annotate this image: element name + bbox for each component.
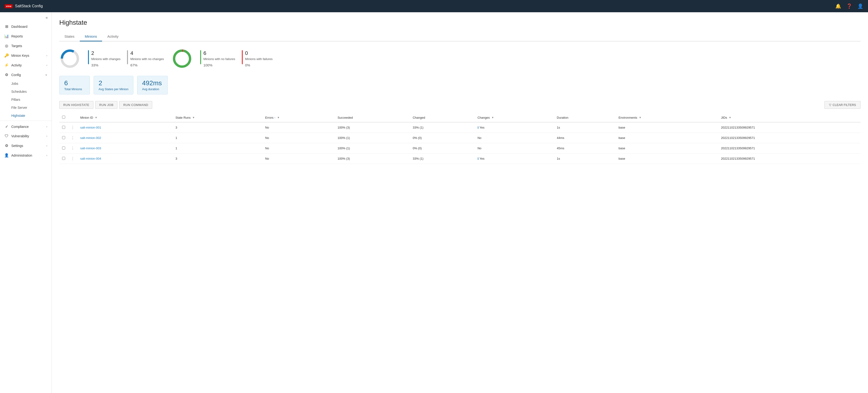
app-title: SaltStack Config — [15, 4, 43, 8]
vmw-logo: vmw — [5, 4, 13, 8]
sidebar: « ⊞ Dashboard 📊 Reports ◎ Targets 🔑 Mini… — [0, 12, 52, 393]
changes-info-icon[interactable]: ℹ — [477, 126, 479, 129]
config-icon: ⚙ — [4, 73, 9, 77]
svg-point-3 — [174, 51, 190, 67]
total-minions-value: 6 — [64, 79, 85, 87]
sidebar-item-label: Targets — [11, 44, 22, 48]
table-row: ⋮ salt-minion-004 3 No 100% (3) 33% (1) … — [59, 153, 861, 164]
col-minion-id: Minion ID ▼ — [78, 113, 173, 122]
state-runs-col-label: State Runs — [176, 116, 190, 119]
cell-changed-2: 0% (0) — [410, 143, 475, 153]
minion-link-0[interactable]: salt-minion-001 — [80, 126, 101, 129]
sidebar-item-compliance[interactable]: ✓ Compliance › — [0, 122, 52, 131]
sidebar-item-pillars[interactable]: Pillars — [11, 95, 52, 104]
minions-table: Minion ID ▼ State Runs ▼ — [59, 113, 861, 164]
compliance-icon: ✓ — [4, 124, 9, 129]
sidebar-item-administration[interactable]: 👤 Administration › — [0, 150, 52, 160]
sidebar-item-dashboard[interactable]: ⊞ Dashboard — [0, 22, 52, 31]
row-menu-1[interactable]: ⋮ — [68, 133, 78, 143]
sidebar-item-label: Config — [11, 73, 21, 77]
no-changes-label: Minions with no changes — [130, 57, 164, 61]
sidebar-item-minion-keys[interactable]: 🔑 Minion Keys › — [0, 51, 52, 60]
total-minions-label: Total Minions — [64, 87, 85, 91]
sidebar-item-reports[interactable]: 📊 Reports — [0, 31, 52, 41]
jids-filter-icon[interactable]: ▼ — [729, 116, 731, 119]
tab-activity[interactable]: Activity — [102, 32, 124, 41]
row-checkbox-cell[interactable] — [59, 153, 68, 164]
total-minions-card: 6 Total Minions — [59, 76, 90, 94]
sidebar-item-jobs[interactable]: Jobs — [11, 80, 52, 88]
sidebar-item-label: Minion Keys — [11, 54, 29, 57]
col-environments: Environments ▼ — [616, 113, 718, 122]
notification-icon[interactable]: 🔔 — [835, 3, 841, 9]
minion-link-1[interactable]: salt-minion-002 — [80, 136, 101, 140]
cell-changes-2: No — [475, 143, 554, 153]
cell-jid-0: 20221102133509929571 — [718, 122, 861, 133]
changes-filter-icon[interactable]: ▼ — [491, 116, 494, 119]
cell-environment-2: base — [616, 143, 718, 153]
select-all-header[interactable] — [59, 113, 68, 122]
no-changes-stat: 4 Minions with no changes 67% — [130, 50, 164, 67]
row-checkbox-cell[interactable] — [59, 122, 68, 133]
cell-jid-1: 20221102133509929571 — [718, 133, 861, 143]
sidebar-collapse-button[interactable]: « — [45, 16, 48, 20]
no-changes-pct: 67% — [130, 63, 164, 67]
no-failures-label: Minions with no failures — [204, 57, 235, 61]
user-icon[interactable]: 👤 — [858, 3, 863, 9]
run-command-button[interactable]: RUN COMMAND — [119, 101, 152, 109]
tab-states[interactable]: States — [59, 32, 80, 41]
row-checkbox-0[interactable] — [62, 126, 65, 129]
sidebar-item-config[interactable]: ⚙ Config ∨ — [0, 70, 52, 80]
sidebar-item-file-server[interactable]: File Server — [11, 104, 52, 112]
administration-icon: 👤 — [4, 153, 9, 158]
clear-filters-button[interactable]: ▽ CLEAR FILTERS — [825, 101, 861, 109]
avg-states-value: 2 — [99, 79, 128, 87]
cell-changed-1: 0% (0) — [410, 133, 475, 143]
sidebar-item-highstate[interactable]: Highstate — [11, 112, 52, 120]
topnav-actions: 🔔 ❓ 👤 — [835, 3, 863, 9]
failures-with-bar: 0 Minions with failures 0% — [242, 50, 273, 67]
help-icon[interactable]: ❓ — [846, 3, 852, 9]
select-all-checkbox[interactable] — [62, 116, 65, 119]
minion-link-2[interactable]: salt-minion-003 — [80, 146, 101, 150]
chevron-down-icon: ∨ — [45, 73, 47, 77]
row-menu-0[interactable]: ⋮ — [68, 122, 78, 133]
errors-filter-icon[interactable]: ▼ — [277, 116, 280, 119]
row-checkbox-3[interactable] — [62, 157, 65, 160]
changes-stats: 2 Minions with changes 33% 4 Minions wit… — [88, 50, 164, 67]
table-row: ⋮ salt-minion-002 1 No 100% (1) 0% (0) N… — [59, 133, 861, 143]
sidebar-item-schedules[interactable]: Schedules — [11, 88, 52, 95]
row-checkbox-cell[interactable] — [59, 143, 68, 153]
cell-succeeded-3: 100% (3) — [335, 153, 410, 164]
tab-minions[interactable]: Minions — [80, 32, 102, 41]
environments-filter-icon[interactable]: ▼ — [639, 116, 642, 119]
state-runs-filter-icon[interactable]: ▼ — [192, 116, 195, 119]
run-job-button[interactable]: RUN JOB — [95, 101, 118, 109]
row-menu-2[interactable]: ⋮ — [68, 143, 78, 153]
filter-icon: ▽ — [829, 103, 831, 107]
row-menu-3[interactable]: ⋮ — [68, 153, 78, 164]
jids-col-label: JIDs — [721, 116, 727, 119]
cell-duration-3: 1s — [554, 153, 616, 164]
row-checkbox-2[interactable] — [62, 146, 65, 149]
minion-id-filter-icon[interactable]: ▼ — [95, 116, 97, 119]
sidebar-item-settings[interactable]: ⚙ Settings › — [0, 141, 52, 150]
minion-link-3[interactable]: salt-minion-004 — [80, 157, 101, 160]
run-highstate-button[interactable]: RUN HIGHSTATE — [59, 101, 93, 109]
chevron-right-icon: › — [46, 154, 47, 157]
errors-sort-asc-icon[interactable]: ↑ — [274, 116, 276, 119]
cell-changes-0: ℹ Yes — [475, 122, 554, 133]
sidebar-divider — [0, 120, 52, 121]
action-row: RUN HIGHSTATE RUN JOB RUN COMMAND ▽ CLEA… — [59, 101, 861, 109]
sidebar-item-label: Settings — [11, 144, 23, 148]
row-checkbox-1[interactable] — [62, 136, 65, 139]
sidebar-item-vulnerability[interactable]: 🛡 Vulnerability › — [0, 131, 52, 141]
sidebar-item-targets[interactable]: ◎ Targets — [0, 41, 52, 51]
changes-info-icon[interactable]: ℹ — [477, 157, 479, 160]
sidebar-item-activity[interactable]: ⚡ Activity › — [0, 60, 52, 70]
cell-errors-0: No — [262, 122, 335, 133]
col-changed: Changed — [410, 113, 475, 122]
row-checkbox-cell[interactable] — [59, 133, 68, 143]
changes-stat: 2 Minions with changes 33% — [91, 50, 120, 67]
succeeded-col-label: Succeeded — [338, 116, 353, 119]
